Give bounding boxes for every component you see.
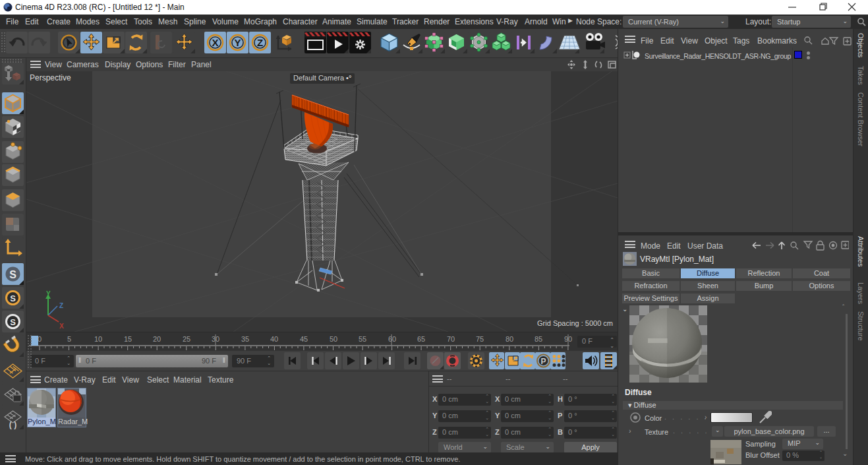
svg-text:80: 80 [506, 335, 513, 343]
svg-text:X: X [59, 323, 64, 330]
svg-text:40: 40 [270, 335, 278, 343]
svg-text:50: 50 [330, 335, 337, 343]
svg-text:60: 60 [388, 335, 396, 343]
svg-text:75: 75 [476, 335, 484, 343]
svg-text:55: 55 [359, 335, 366, 343]
svg-text:15: 15 [124, 335, 132, 343]
svg-text:Y: Y [46, 290, 51, 297]
svg-text:65: 65 [417, 335, 425, 343]
svg-text:20: 20 [153, 335, 161, 343]
svg-text:35: 35 [241, 335, 249, 343]
svg-text:S: S [10, 317, 16, 327]
svg-text:85: 85 [535, 335, 542, 343]
svg-text:25: 25 [183, 335, 190, 343]
svg-text:45: 45 [300, 335, 308, 343]
svg-text:P: P [540, 357, 546, 366]
svg-text:S: S [10, 294, 16, 303]
svg-text:5: 5 [67, 335, 71, 343]
svg-text:S: S [9, 269, 16, 280]
svg-text:70: 70 [447, 335, 455, 343]
svg-text:X: X [212, 37, 218, 48]
svg-text:10: 10 [94, 335, 102, 343]
svg-text:Z: Z [257, 37, 263, 48]
svg-text:( ): ( ) [9, 420, 16, 429]
svg-text:Y: Y [234, 37, 241, 48]
svg-text:Z: Z [59, 302, 63, 309]
